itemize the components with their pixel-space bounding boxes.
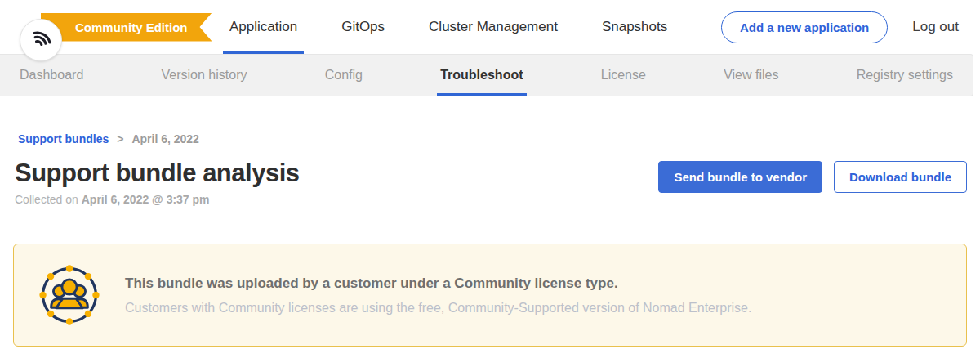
subtab-registry-settings[interactable]: Registry settings <box>855 55 955 96</box>
title-block: Support bundle analysis Collected on Apr… <box>13 159 300 206</box>
add-new-application-button[interactable]: Add a new application <box>721 11 888 43</box>
collected-date: April 6, 2022 @ 3:37 pm <box>82 193 210 206</box>
top-header: Community Edition Application GitOps Clu… <box>0 0 980 54</box>
tab-application[interactable]: Application <box>226 0 301 54</box>
alert-heading: This bundle was uploaded by a customer u… <box>125 275 751 292</box>
subtab-dashboard[interactable]: Dashboard <box>18 55 85 96</box>
logout-link[interactable]: Log out <box>912 19 959 35</box>
page-title: Support bundle analysis <box>15 159 300 188</box>
community-license-icon <box>35 261 104 329</box>
bundle-actions: Send bundle to vendor Download bundle <box>658 159 967 193</box>
tab-cluster-management[interactable]: Cluster Management <box>425 0 561 54</box>
alert-body: Customers with Community licenses are us… <box>125 301 751 315</box>
community-license-alert: This bundle was uploaded by a customer u… <box>13 244 967 347</box>
breadcrumb: Support bundles > April 6, 2022 <box>18 132 967 145</box>
top-navigation: Application GitOps Cluster Management Sn… <box>226 0 670 54</box>
download-bundle-button[interactable]: Download bundle <box>834 161 967 193</box>
main-content: Support bundles > April 6, 2022 Support … <box>0 132 980 347</box>
tab-gitops[interactable]: GitOps <box>338 0 388 54</box>
collected-prefix: Collected on <box>15 193 78 206</box>
breadcrumb-current: April 6, 2022 <box>131 132 199 145</box>
app-sub-navigation: Dashboard Version history Config Trouble… <box>0 54 973 96</box>
subtab-license[interactable]: License <box>599 55 648 96</box>
title-row: Support bundle analysis Collected on Apr… <box>13 159 967 206</box>
subtab-view-files[interactable]: View files <box>722 55 780 96</box>
collected-on-text: Collected on April 6, 2022 @ 3:37 pm <box>15 193 300 206</box>
community-edition-badge: Community Edition <box>41 13 212 42</box>
tab-snapshots[interactable]: Snapshots <box>599 0 670 54</box>
replicated-logo[interactable] <box>20 19 62 61</box>
send-bundle-to-vendor-button[interactable]: Send bundle to vendor <box>658 161 822 193</box>
replicated-logo-icon <box>29 26 53 54</box>
header-actions: Add a new application Log out <box>721 11 980 43</box>
alert-text: This bundle was uploaded by a customer u… <box>125 275 751 315</box>
breadcrumb-support-bundles-link[interactable]: Support bundles <box>18 132 109 145</box>
brand-area: Community Edition <box>0 13 216 42</box>
subtab-troubleshoot[interactable]: Troubleshoot <box>439 55 524 96</box>
subtab-version-history[interactable]: Version history <box>160 55 249 96</box>
subtab-config[interactable]: Config <box>323 55 364 96</box>
breadcrumb-separator: > <box>117 132 123 145</box>
